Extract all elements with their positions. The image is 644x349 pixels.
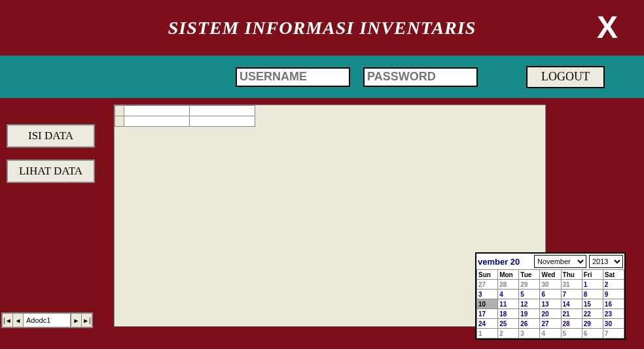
calendar-day-cell[interactable]: 6 (582, 329, 603, 339)
calendar-day-header: Sat (603, 270, 624, 280)
calendar-day-cell[interactable]: 30 (603, 319, 624, 329)
calendar-day-cell[interactable]: 25 (498, 319, 519, 329)
calendar-day-header: Mon (498, 270, 519, 280)
password-input[interactable] (363, 67, 478, 87)
calendar-day-cell[interactable]: 7 (561, 290, 582, 299)
calendar-day-cell[interactable]: 3 (477, 290, 498, 299)
calendar-day-header: Wed (540, 270, 561, 280)
calendar-day-cell[interactable]: 11 (498, 299, 519, 309)
calendar-day-cell[interactable]: 21 (561, 309, 582, 319)
calendar-day-cell[interactable]: 3 (519, 329, 540, 339)
calendar-day-cell[interactable]: 12 (519, 299, 540, 309)
data-grid[interactable] (115, 105, 255, 127)
calendar-day-cell[interactable]: 8 (582, 290, 603, 299)
calendar-day-cell[interactable]: 9 (603, 290, 624, 299)
isi-data-button[interactable]: ISI DATA (7, 124, 95, 148)
sidebar: ISI DATA LIHAT DATA (7, 124, 95, 195)
calendar-grid: SunMonTueWedThuFriSat 272829303112345678… (476, 269, 624, 339)
username-input[interactable] (236, 67, 350, 87)
calendar-day-header: Fri (582, 270, 603, 280)
lihat-data-button[interactable]: LIHAT DATA (7, 159, 95, 183)
calendar-day-cell[interactable]: 16 (603, 299, 624, 309)
calendar-day-cell[interactable]: 30 (540, 280, 561, 290)
calendar-day-header: Sun (477, 270, 498, 280)
calendar-day-cell[interactable]: 5 (561, 329, 582, 339)
calendar-day-cell[interactable]: 2 (603, 280, 624, 290)
calendar-day-cell[interactable]: 1 (582, 280, 603, 290)
calendar-day-cell[interactable]: 29 (582, 319, 603, 329)
calendar-day-cell[interactable]: 29 (519, 280, 540, 290)
calendar-day-cell[interactable]: 18 (498, 309, 519, 319)
calendar-day-cell[interactable]: 17 (477, 309, 498, 319)
calendar-day-cell[interactable]: 13 (540, 299, 561, 309)
month-select[interactable]: November (534, 255, 586, 268)
calendar-day-cell[interactable]: 10 (477, 299, 498, 309)
adodc-nav: |◄ ◄ Adodc1 ► ►| (1, 312, 93, 328)
calendar-day-header: Tue (519, 270, 540, 280)
calendar-day-cell[interactable]: 28 (498, 280, 519, 290)
nav-next-icon[interactable]: ► (71, 314, 81, 327)
page-title: SISTEM INFORMASI INVENTARIS (168, 18, 476, 39)
calendar-widget: vember 20 November 2013 SunMonTueWedThuF… (475, 252, 626, 340)
calendar-day-cell[interactable]: 7 (603, 329, 624, 339)
close-button[interactable]: X (597, 12, 618, 43)
calendar-day-cell[interactable]: 4 (498, 290, 519, 299)
year-select[interactable]: 2013 (589, 255, 623, 268)
nav-prev-icon[interactable]: ◄ (13, 314, 24, 327)
toolbar: LOGOUT (0, 56, 644, 98)
calendar-day-cell[interactable]: 26 (519, 319, 540, 329)
calendar-day-cell[interactable]: 5 (519, 290, 540, 299)
calendar-day-cell[interactable]: 31 (561, 280, 582, 290)
nav-last-icon[interactable]: ►| (81, 314, 92, 327)
calendar-day-header: Thu (561, 270, 582, 280)
calendar-day-cell[interactable]: 1 (477, 329, 498, 339)
calendar-day-cell[interactable]: 19 (519, 309, 540, 319)
calendar-day-cell[interactable]: 27 (540, 319, 561, 329)
adodc-label: Adodc1 (24, 314, 71, 327)
calendar-day-cell[interactable]: 23 (603, 309, 624, 319)
calendar-day-cell[interactable]: 24 (477, 319, 498, 329)
calendar-day-cell[interactable]: 27 (477, 280, 498, 290)
calendar-header: vember 20 November 2013 (476, 254, 624, 269)
calendar-day-cell[interactable]: 28 (561, 319, 582, 329)
calendar-day-cell[interactable]: 20 (540, 309, 561, 319)
nav-first-icon[interactable]: |◄ (3, 314, 13, 327)
calendar-day-cell[interactable]: 22 (582, 309, 603, 319)
header: SISTEM INFORMASI INVENTARIS X (0, 0, 644, 56)
calendar-day-cell[interactable]: 14 (561, 299, 582, 309)
logout-button[interactable]: LOGOUT (526, 66, 605, 88)
calendar-title: vember 20 (478, 257, 531, 267)
calendar-day-cell[interactable]: 4 (540, 329, 561, 339)
calendar-day-cell[interactable]: 2 (498, 329, 519, 339)
calendar-day-cell[interactable]: 15 (582, 299, 603, 309)
calendar-day-cell[interactable]: 6 (540, 290, 561, 299)
